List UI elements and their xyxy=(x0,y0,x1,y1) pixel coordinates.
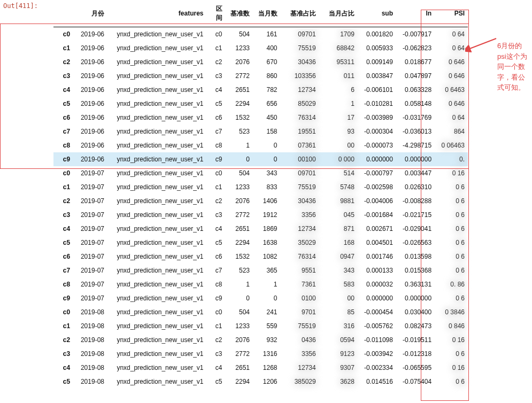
cell-base-pct: 76314 xyxy=(281,250,319,264)
row-index: c2 xyxy=(53,333,74,347)
cell-interval: c4 xyxy=(206,83,225,97)
cell-base-pct: 75519 xyxy=(281,319,319,333)
col-month: 月份 xyxy=(74,0,107,27)
cell-ln: 0.058148 xyxy=(396,97,435,111)
cell-base-pct: 0436 xyxy=(281,333,319,347)
cell-cur-pct: 00 xyxy=(319,138,358,152)
row-index: c5 xyxy=(53,236,74,250)
cell-psi: 0 16 xyxy=(435,361,468,375)
cell-features: ynxd_prediction_new_user_v1 xyxy=(107,305,207,319)
cell-ln: -0.012318 xyxy=(396,347,435,361)
cell-base-pct: 75519 xyxy=(281,180,319,194)
cell-cur-cnt: 161 xyxy=(253,27,281,42)
cell-base-cnt: 2651 xyxy=(226,83,253,97)
cell-sub: -0.000073 xyxy=(358,138,396,152)
cell-month: 2019-06 xyxy=(74,111,107,125)
cell-features: ynxd_prediction_new_user_v1 xyxy=(107,277,207,291)
col-psi: PSI xyxy=(435,0,468,27)
cell-interval: c7 xyxy=(206,264,225,277)
cell-interval: c3 xyxy=(206,347,225,361)
cell-sub: -0.006101 xyxy=(358,83,396,97)
row-index: c4 xyxy=(53,222,74,236)
cell-sub: 0.000032 xyxy=(358,277,396,291)
table-row: c12019-08ynxd_prediction_new_user_v1c112… xyxy=(53,319,468,333)
row-index: c2 xyxy=(53,55,74,69)
cell-cur-cnt: 670 xyxy=(253,55,281,69)
cell-cur-pct: 6 xyxy=(319,83,358,97)
cell-base-pct: 85029 xyxy=(281,97,319,111)
cell-month: 2019-06 xyxy=(74,83,107,97)
cell-month: 2019-07 xyxy=(74,166,107,180)
cell-base-pct: 3356 xyxy=(281,208,319,222)
col-interval: 区间 xyxy=(206,0,225,27)
table-row: c62019-06ynxd_prediction_new_user_v1c615… xyxy=(53,111,468,125)
cell-base-cnt: 504 xyxy=(226,27,253,42)
table-row: c42019-08ynxd_prediction_new_user_v1c426… xyxy=(53,361,468,375)
cell-cur-pct: 168 xyxy=(319,236,358,250)
cell-interval: c6 xyxy=(206,111,225,125)
cell-interval: c1 xyxy=(206,180,225,194)
cell-base-cnt: 1233 xyxy=(226,41,253,55)
cell-base-pct: 12734 xyxy=(281,222,319,236)
cell-ln: 0.063328 xyxy=(396,83,435,97)
col-ln: ln xyxy=(396,0,435,27)
table-row: c82019-06ynxd_prediction_new_user_v1c810… xyxy=(53,138,468,152)
cell-psi: 0 64 xyxy=(435,41,468,55)
cell-cur-cnt: 782 xyxy=(253,83,281,97)
cell-cur-cnt: 1316 xyxy=(253,347,281,361)
cell-psi: 0 6 xyxy=(435,236,468,250)
cell-month: 2019-06 xyxy=(74,125,107,138)
table-row: c72019-07ynxd_prediction_new_user_v1c752… xyxy=(53,264,468,277)
row-index: c3 xyxy=(53,69,74,83)
cell-sub: 0.000000 xyxy=(358,152,396,166)
cell-ln: 0.363131 xyxy=(396,277,435,291)
cell-base-cnt: 2076 xyxy=(226,194,253,208)
cell-cur-pct: 011 xyxy=(319,69,358,83)
cell-base-pct: 3356 xyxy=(281,347,319,361)
cell-month: 2019-07 xyxy=(74,250,107,264)
col-base-cnt: 基准数 xyxy=(226,0,253,27)
row-index: c3 xyxy=(53,347,74,361)
cell-psi: 0 16 xyxy=(435,166,468,180)
cell-psi: 0 646 xyxy=(435,97,468,111)
cell-base-pct: 12734 xyxy=(281,83,319,97)
cell-base-pct: 103356 xyxy=(281,69,319,83)
cell-psi: 0 6 xyxy=(435,347,468,361)
table-row: c42019-06ynxd_prediction_new_user_v1c426… xyxy=(53,83,468,97)
cell-ln: -4.298715 xyxy=(396,138,435,152)
cell-month: 2019-08 xyxy=(74,347,107,361)
cell-psi: 0 6 xyxy=(435,180,468,194)
row-index: c6 xyxy=(53,111,74,125)
cell-cur-cnt: 365 xyxy=(253,264,281,277)
col-sub: sub xyxy=(358,0,396,27)
cell-psi: 0 6 xyxy=(435,194,468,208)
cell-base-pct: 385029 xyxy=(281,375,319,389)
cell-ln: -0.008288 xyxy=(396,194,435,208)
cell-psi: 0 6 xyxy=(435,208,468,222)
cell-ln: 0.015368 xyxy=(396,264,435,277)
cell-psi: 0 16 xyxy=(435,333,468,347)
cell-cur-pct: 045 xyxy=(319,208,358,222)
cell-sub: 0.004501 xyxy=(358,236,396,250)
cell-base-pct: 00100 xyxy=(281,152,319,166)
cell-cur-pct: 68842 xyxy=(319,41,358,55)
table-row: c22019-07ynxd_prediction_new_user_v1c220… xyxy=(53,194,468,208)
cell-base-cnt: 1233 xyxy=(226,180,253,194)
table-row: c12019-06ynxd_prediction_new_user_v1c112… xyxy=(53,41,468,55)
row-index: c5 xyxy=(53,97,74,111)
cell-base-cnt: 2294 xyxy=(226,236,253,250)
row-index: c9 xyxy=(53,152,74,166)
annotation-note-text: 6月份的psi这个为同一个数字，看公式可知。 xyxy=(497,41,529,93)
row-index: c1 xyxy=(53,180,74,194)
cell-cur-pct: 17 xyxy=(319,111,358,125)
cell-cur-pct: 9123 xyxy=(319,347,358,361)
cell-ln: 0.000000 xyxy=(396,152,435,166)
row-index: c3 xyxy=(53,208,74,222)
cell-ln: -0.062823 xyxy=(396,41,435,55)
cell-cur-pct: 316 xyxy=(319,319,358,333)
cell-cur-pct: 514 xyxy=(319,166,358,180)
cell-cur-cnt: 860 xyxy=(253,69,281,83)
cell-cur-cnt: 656 xyxy=(253,97,281,111)
cell-interval: c2 xyxy=(206,55,225,69)
cell-base-cnt: 0 xyxy=(226,291,253,305)
